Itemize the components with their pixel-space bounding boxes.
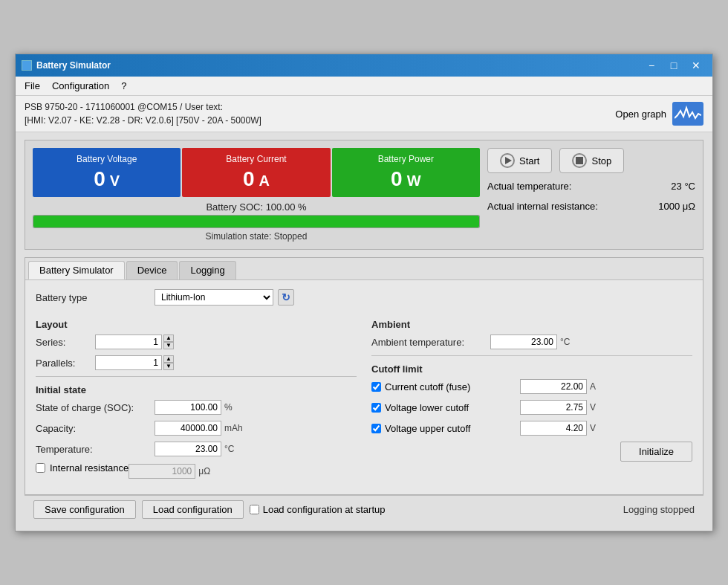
top-panel: Battery Voltage 0 V Battery Current 0 A xyxy=(25,140,703,250)
open-graph-label[interactable]: Open graph xyxy=(615,109,666,120)
menu-file[interactable]: File xyxy=(19,78,46,94)
initialize-button[interactable]: Initialize xyxy=(620,442,692,462)
battery-type-label: Battery type xyxy=(36,292,155,303)
voltage-upper-unit: V xyxy=(590,423,608,433)
footer-bar: Save configuration Load configuration Lo… xyxy=(25,495,703,523)
power-value-row: 0 W xyxy=(391,167,420,191)
internal-res-label: Internal resistance xyxy=(50,462,129,474)
parallels-input[interactable] xyxy=(95,355,162,370)
info-line1: PSB 9750-20 - 1711060001 @COM15 / User t… xyxy=(25,100,261,114)
minimize-button[interactable]: − xyxy=(641,57,662,74)
ambient-temp-row: Ambient temperature: °C xyxy=(371,334,692,349)
soc-bar-inner xyxy=(33,216,479,227)
open-graph-area: Open graph xyxy=(615,102,703,126)
tab-content: Battery type Lithium-Ion Lead-Acid NiMH … xyxy=(25,280,703,494)
cutoff-title: Cutoff limit xyxy=(371,363,692,375)
actual-temp-value: 23 xyxy=(671,181,681,192)
meters-section: Battery Voltage 0 V Battery Current 0 A xyxy=(33,148,480,242)
series-up-button[interactable]: ▲ xyxy=(163,334,174,342)
voltage-upper-input[interactable] xyxy=(520,421,587,436)
stop-circle-icon xyxy=(572,153,587,168)
actual-temp-value-unit: 23 °C xyxy=(671,181,695,192)
voltage-lower-label: Voltage lower cutoff xyxy=(385,402,469,413)
window-icon xyxy=(22,60,32,71)
current-cutoff-checkbox[interactable] xyxy=(371,382,381,392)
device-info: PSB 9750-20 - 1711060001 @COM15 / User t… xyxy=(25,100,261,127)
soc-container: Battery SOC: 100.00 % Simulation state: … xyxy=(33,201,480,242)
capacity-row: Capacity: mAh xyxy=(36,421,357,436)
stop-button[interactable]: Stop xyxy=(559,148,624,173)
soc-field-label: State of charge (SOC): xyxy=(36,402,155,413)
menu-help[interactable]: ? xyxy=(115,78,132,94)
sim-state-label: Simulation state: Stopped xyxy=(33,231,480,242)
tab-device[interactable]: Device xyxy=(126,261,178,279)
load-startup-label: Load configuration at startup xyxy=(250,504,386,515)
current-meter: Battery Current 0 A xyxy=(182,148,330,197)
tab-logging[interactable]: Logging xyxy=(179,261,235,279)
voltage-value: 0 xyxy=(94,167,105,191)
load-startup-checkbox[interactable] xyxy=(250,505,259,514)
menu-configuration[interactable]: Configuration xyxy=(46,78,115,94)
power-label: Battery Power xyxy=(378,154,434,164)
actual-res-unit: μΩ xyxy=(683,201,695,212)
temperature-input[interactable] xyxy=(155,442,221,456)
meter-row: Battery Voltage 0 V Battery Current 0 A xyxy=(33,148,480,197)
soc-label: Battery SOC: 100.00 % xyxy=(33,201,480,213)
capacity-input[interactable] xyxy=(155,421,221,436)
series-row: Series: ▲ ▼ xyxy=(36,334,357,349)
voltage-lower-checkbox[interactable] xyxy=(371,403,381,413)
internal-res-checkbox[interactable] xyxy=(36,463,45,473)
soc-bar-outer xyxy=(33,215,480,228)
parallels-up-button[interactable]: ▲ xyxy=(163,355,174,363)
parallels-label: Parallels: xyxy=(36,358,95,369)
footer-status: Logging stopped xyxy=(623,504,695,515)
play-triangle-icon xyxy=(505,157,512,164)
reload-button[interactable]: ↻ xyxy=(278,289,294,306)
load-config-button[interactable]: Load configuration xyxy=(142,500,244,519)
current-label: Battery Current xyxy=(226,154,286,164)
power-unit: W xyxy=(407,172,421,190)
tab-battery-simulator[interactable]: Battery Simulator xyxy=(28,261,125,279)
series-down-button[interactable]: ▼ xyxy=(163,342,174,349)
series-label: Series: xyxy=(36,337,95,348)
form-right: Ambient Ambient temperature: °C Cutoff l… xyxy=(371,311,692,485)
power-meter: Battery Power 0 W xyxy=(332,148,480,197)
actual-res-value: 1000 xyxy=(658,201,680,212)
battery-type-select[interactable]: Lithium-Ion Lead-Acid NiMH Custom xyxy=(155,289,273,306)
voltage-lower-input[interactable] xyxy=(520,400,587,415)
current-cutoff-input[interactable] xyxy=(520,379,587,394)
main-content: Battery Voltage 0 V Battery Current 0 A xyxy=(16,132,712,531)
parallels-row: Parallels: ▲ ▼ xyxy=(36,355,357,370)
start-button[interactable]: Start xyxy=(487,148,552,173)
tab-bar: Battery Simulator Device Logging xyxy=(25,258,703,280)
actual-temp-label: Actual temperature: xyxy=(487,181,571,192)
footer-left: Save configuration Load configuration Lo… xyxy=(33,500,385,519)
maximize-button[interactable]: □ xyxy=(663,57,684,74)
capacity-label: Capacity: xyxy=(36,423,155,434)
graph-icon-button[interactable] xyxy=(672,102,703,126)
series-input[interactable] xyxy=(95,334,162,349)
current-value: 0 xyxy=(243,167,255,191)
voltage-value-row: 0 V xyxy=(94,167,120,191)
parallels-down-button[interactable]: ▼ xyxy=(163,363,174,370)
title-bar-left: Battery Simulator xyxy=(22,60,111,71)
start-stop-row: Start Stop xyxy=(487,148,695,173)
capacity-unit: mAh xyxy=(224,423,243,433)
initialize-row: Initialize xyxy=(371,442,692,462)
controls-right: Start Stop Actual temperature: 23 °C xyxy=(487,148,695,213)
voltage-meter: Battery Voltage 0 V xyxy=(33,148,181,197)
load-startup-text: Load configuration at startup xyxy=(263,504,386,515)
voltage-upper-label: Voltage upper cutoff xyxy=(385,423,470,434)
soc-input[interactable] xyxy=(155,400,221,415)
current-cutoff-row: Current cutoff (fuse) A xyxy=(371,379,692,394)
play-icon xyxy=(500,153,515,168)
save-config-button[interactable]: Save configuration xyxy=(33,500,136,519)
close-button[interactable]: ✕ xyxy=(686,57,706,74)
battery-type-row: Battery type Lithium-Ion Lead-Acid NiMH … xyxy=(36,289,692,306)
info-line2: [HMI: V2.07 - KE: V2.28 - DR: V2.0.6] [7… xyxy=(25,114,261,127)
internal-res-input[interactable] xyxy=(129,464,195,479)
ambient-temp-input[interactable] xyxy=(490,334,557,349)
voltage-upper-checkbox[interactable] xyxy=(371,424,381,433)
temperature-row: Temperature: °C xyxy=(36,442,357,456)
ambient-temp-unit: °C xyxy=(560,337,578,347)
